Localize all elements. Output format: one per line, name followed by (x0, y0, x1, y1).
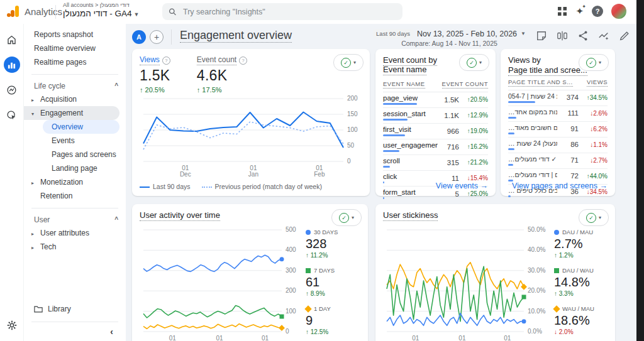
sidebar-item-acquisition[interactable]: ▸Acquisition (24, 92, 126, 106)
add-comparison-button[interactable]: + (150, 30, 164, 44)
square-marker-icon (554, 268, 559, 273)
legend-30-days[interactable]: 30 DAYS 328 ↑ 11.2% (306, 229, 338, 259)
reports-sidebar: Reports snapshot Realtime overview Realt… (24, 24, 126, 341)
table-row[interactable]: …י המנעולנות במקום אחד 111↓2.6% (508, 106, 608, 122)
table-row[interactable]: user_engagement 716↑16.2% (383, 139, 488, 155)
svg-text:01: 01 (412, 335, 419, 341)
help-icon[interactable]: ? (592, 6, 603, 17)
check-circle-icon: ✓ (586, 58, 596, 68)
explore-nav-button[interactable] (4, 82, 20, 98)
metric-views-delta: ↑ 20.5% (140, 86, 170, 94)
svg-text:30.0%: 30.0% (528, 267, 545, 274)
caret-down-icon: ▼ (521, 31, 526, 36)
column-header-event-count[interactable]: EVENT COUNT (442, 80, 488, 89)
comparison-icon[interactable] (557, 30, 568, 41)
caret-down-icon: ▾ (353, 60, 356, 65)
insights-icon[interactable] (598, 30, 609, 41)
views-by-page-title-card: ✓ ▾ Views by Page title and scree... PAG… (501, 49, 615, 196)
svg-text:10.0%: 10.0% (528, 308, 545, 315)
advertising-nav-button[interactable] (4, 107, 20, 123)
check-circle-icon: ✓ (341, 58, 351, 68)
table-row[interactable]: first_visit 966↑19.0% (383, 124, 488, 139)
legend-dau-wau[interactable]: DAU / WAU 14.8% ↑ 3.3% (554, 267, 594, 297)
legend-7-days[interactable]: 7 DAYS 61 ↑ 8.9% (306, 267, 338, 297)
sidebar-item-library[interactable]: Library (24, 301, 126, 317)
divider (171, 30, 172, 45)
chevron-up-icon: ^ (114, 80, 118, 92)
data-quality-button[interactable]: ✓ ▾ (331, 209, 362, 226)
column-header-event-name[interactable]: EVENT NAME (383, 80, 425, 89)
svg-text:0: 0 (347, 158, 351, 165)
view-pages-link[interactable]: View pages and screens → (512, 181, 608, 190)
metric-views[interactable]: Views? 1.5K ↑ 20.5% (140, 55, 170, 94)
check-circle-icon: ✓ (339, 213, 349, 223)
help-icon[interactable]: ? (162, 57, 170, 65)
notes-icon[interactable] (536, 30, 547, 41)
solid-line-swatch (140, 187, 150, 188)
admin-settings-button[interactable] (4, 317, 20, 333)
view-events-link[interactable]: View events → (436, 181, 488, 190)
svg-text:20.0%: 20.0% (528, 287, 545, 294)
chevron-right-icon: ▸ (31, 241, 40, 255)
column-header-page-title[interactable]: PAGE TITLE AND S... (508, 78, 573, 87)
home-nav-button[interactable] (4, 31, 20, 48)
comparison-chip-all-users[interactable]: A (132, 30, 146, 44)
check-circle-icon: ✓ (586, 213, 596, 223)
table-row[interactable]: scroll 315↑21.2% (383, 155, 488, 171)
square-marker-icon (306, 268, 311, 273)
svg-text:01: 01 (216, 335, 223, 341)
table-row[interactable]: …ם 199 ₪ ✓ דודי מנעולים 71↓2.7% (508, 153, 608, 169)
table-row[interactable]: …נות וטיפים חשובים מאוד 91↓6.2% (508, 122, 608, 138)
metric-views-label[interactable]: Views (140, 55, 160, 65)
table-row[interactable]: … אצלכם, מנעולן 24 שעות 86↓1.1% (508, 138, 608, 153)
data-quality-button[interactable]: ✓ ▾ (459, 54, 489, 71)
table-row[interactable]: session_start 1.1K↑12.9% (383, 108, 488, 124)
table-row[interactable]: page_view 1.5K↑20.5% (383, 92, 488, 108)
table-row[interactable]: שירות 24 שעות | 054-7… 374↑34.5% (508, 90, 608, 106)
data-quality-button[interactable]: ✓ ▾ (579, 209, 609, 226)
date-range-picker[interactable]: Last 90 days Nov 13, 2025 - Feb 10, 2026… (373, 29, 526, 47)
svg-text:Dec: Dec (180, 171, 191, 178)
sidebar-item-retention[interactable]: Retention (24, 189, 126, 203)
analytics-logo[interactable]: Analytics (6, 4, 62, 18)
column-header-views[interactable]: VIEWS (587, 78, 608, 87)
svg-text:Jan: Jan (248, 171, 258, 178)
sidebar-item-overview[interactable]: Overview (43, 120, 119, 134)
data-quality-button[interactable]: ✓ ▾ (333, 54, 364, 71)
legend-1-day[interactable]: 1 DAY 9 ↑ 12.5% (306, 305, 338, 335)
account-switcher[interactable]: All accounts > דודי המנעולן דודי המנעולן… (63, 2, 140, 18)
gemini-sparkle-icon[interactable]: ✦✦ (575, 6, 584, 17)
metric-event-count[interactable]: Event count? 4.6K ↑ 17.5% (197, 55, 247, 94)
sidebar-item-events[interactable]: Events (24, 134, 126, 148)
divider (31, 208, 118, 208)
reports-nav-button[interactable] (4, 57, 20, 73)
sidebar-item-tech[interactable]: ▸Tech (24, 240, 126, 254)
metric-event-count-label[interactable]: Event count (197, 55, 236, 65)
apps-grid-icon[interactable] (557, 6, 567, 16)
sidebar-item-realtime-pages[interactable]: Realtime pages (24, 55, 126, 69)
sidebar-item-pages-and-screens[interactable]: Pages and screens (24, 148, 126, 161)
card-title: User stickiness (383, 210, 438, 221)
search-input[interactable] (182, 7, 396, 17)
sidebar-item-monetization[interactable]: ▸Monetization (24, 175, 126, 189)
caret-down-icon: ▾ (599, 215, 601, 220)
check-circle-icon: ✓ (467, 58, 477, 68)
sidebar-item-engagement[interactable]: ▾Engagement (24, 106, 119, 120)
sidebar-item-realtime-overview[interactable]: Realtime overview (24, 41, 126, 55)
collapse-sidebar-button[interactable]: ‹ (110, 327, 118, 337)
sidebar-section-life-cycle[interactable]: Life cycle^ (24, 80, 126, 92)
legend-wau-mau[interactable]: WAU / MAU 18.6% ↓ 2.0% (554, 305, 594, 335)
date-range-text: Nov 13, 2025 - Feb 10, 2026 (417, 30, 517, 38)
sidebar-section-user[interactable]: User^ (24, 214, 126, 226)
event-count-card: ✓ ▾ Event count by Event name EVENT NAME… (375, 49, 496, 196)
legend-dau-mau[interactable]: DAU / MAU 2.7% ↑ 1.2% (554, 229, 594, 259)
data-quality-button[interactable]: ✓ ▾ (579, 54, 609, 71)
sidebar-item-landing-page[interactable]: Landing page (24, 161, 126, 175)
search-bar[interactable] (162, 3, 402, 20)
edit-pencil-icon[interactable] (619, 30, 630, 41)
help-icon[interactable]: ? (239, 57, 247, 65)
user-avatar[interactable] (611, 4, 626, 19)
share-icon[interactable] (577, 30, 589, 41)
sidebar-item-reports-snapshot[interactable]: Reports snapshot (24, 28, 126, 41)
sidebar-item-user-attributes[interactable]: ▸User attributes (24, 226, 126, 240)
